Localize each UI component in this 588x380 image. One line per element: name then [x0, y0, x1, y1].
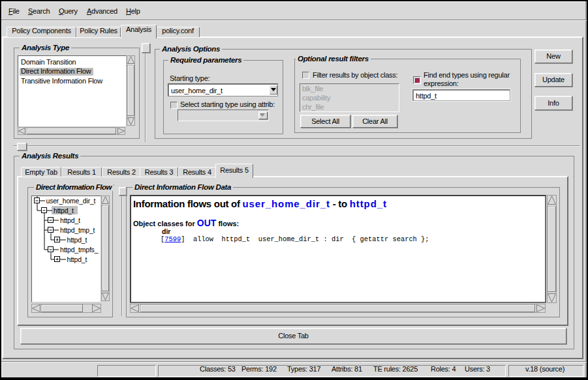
svg-text:httpd_tmpfs_: httpd_tmpfs_: [60, 246, 99, 254]
svg-text:httpd_tmp_t: httpd_tmp_t: [60, 226, 95, 234]
svg-text:httpd_t: httpd_t: [60, 216, 80, 224]
svg-text:httpd_t: httpd_t: [67, 256, 87, 263]
svg-text:httpd_t: httpd_t: [54, 207, 74, 214]
svg-text:user_home_dir_t: user_home_dir_t: [46, 197, 96, 205]
svg-text:httpd_t: httpd_t: [67, 236, 87, 244]
